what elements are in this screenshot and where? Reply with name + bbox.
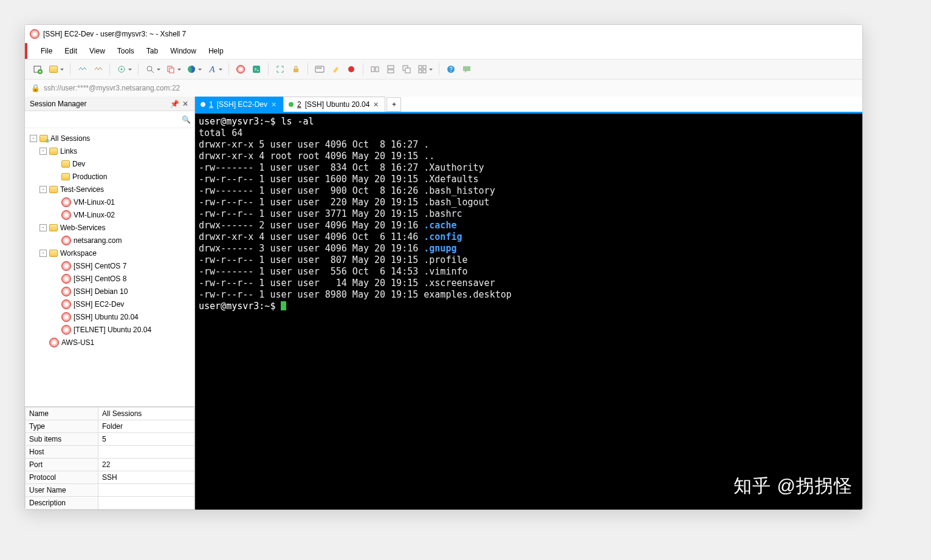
prop-key: User Name [26, 484, 98, 497]
expander-icon [52, 199, 59, 206]
terminal-tab[interactable]: 1 [SSH] EC2-Dev✕ [195, 97, 283, 112]
expander-icon[interactable]: - [30, 135, 37, 142]
tree-item[interactable]: Production [27, 170, 192, 183]
svg-text:?: ? [449, 66, 453, 73]
tree-item[interactable]: -Workspace [27, 247, 192, 259]
tree-item[interactable]: netsarang.com [27, 234, 192, 247]
search-input[interactable] [29, 115, 182, 124]
prop-value: SSH [98, 471, 194, 484]
tree-item[interactable]: [SSH] CentOS 7 [27, 259, 192, 272]
session-properties: NameAll SessionsTypeFolderSub items5Host… [25, 406, 194, 510]
terminal[interactable]: user@mysvr3:~$ ls -al total 64 drwxr-xr-… [195, 114, 862, 510]
svg-rect-20 [405, 68, 410, 73]
tree-item[interactable]: -Web-Services [27, 221, 192, 234]
svg-rect-16 [376, 67, 379, 72]
keyboard-button[interactable] [313, 63, 326, 76]
folder-icon [61, 173, 70, 180]
svg-rect-23 [419, 70, 422, 73]
search-icon: 🔍 [182, 115, 191, 124]
svg-point-14 [348, 66, 354, 72]
tree-item-label: Workspace [60, 249, 97, 258]
tree-item[interactable]: Dev [27, 157, 192, 170]
color-scheme-button[interactable] [185, 63, 198, 76]
tree-item-label: Test-Services [60, 185, 104, 194]
font-button[interactable]: A [205, 63, 219, 76]
tree-item[interactable]: [SSH] Debian 10 [27, 285, 192, 298]
menu-tab[interactable]: Tab [142, 44, 163, 58]
close-icon[interactable]: ✕ [181, 100, 190, 108]
xftp-button[interactable] [250, 63, 263, 76]
tab-close-icon[interactable]: ✕ [373, 101, 379, 109]
session-icon [61, 210, 71, 220]
svg-rect-15 [371, 67, 374, 72]
record-button[interactable] [345, 63, 358, 76]
pin-icon[interactable]: 📌 [170, 100, 179, 108]
menu-file[interactable]: File [36, 44, 57, 58]
properties-button[interactable] [115, 63, 128, 76]
tree-item-label: Dev [72, 160, 85, 168]
menu-help[interactable]: Help [204, 44, 228, 58]
prop-key: Protocol [26, 471, 98, 484]
tree-item[interactable]: VM-Linux-02 [27, 208, 192, 221]
fullscreen-button[interactable] [273, 63, 287, 76]
new-session-button[interactable] [31, 63, 44, 76]
menu-edit[interactable]: Edit [60, 44, 82, 58]
menu-window[interactable]: Window [165, 44, 201, 58]
tab-close-icon[interactable]: ✕ [271, 101, 277, 109]
expander-icon[interactable]: - [40, 250, 47, 257]
tree-item[interactable]: [SSH] EC2-Dev [27, 298, 192, 310]
feedback-button[interactable] [460, 63, 473, 76]
new-tab-button[interactable]: + [386, 97, 401, 112]
svg-rect-10 [315, 66, 324, 72]
menu-view[interactable]: View [84, 44, 110, 58]
open-session-button[interactable] [47, 63, 60, 76]
highlight-button[interactable] [329, 63, 342, 76]
svg-rect-18 [388, 70, 394, 73]
prop-key: Host [26, 446, 98, 459]
folder-icon [49, 186, 58, 193]
tree-item[interactable]: [SSH] Ubuntu 20.04 [27, 310, 192, 323]
tree-item[interactable]: [TELNET] Ubuntu 20.04 [27, 323, 192, 336]
session-icon [49, 338, 59, 347]
tile-v-button[interactable] [384, 63, 397, 76]
expander-icon[interactable]: - [40, 186, 47, 193]
tab-label: [SSH] Ubuntu 20.04 [305, 100, 370, 109]
disconnect-button[interactable] [91, 63, 105, 76]
session-icon [61, 197, 71, 207]
terminal-area: 1 [SSH] EC2-Dev✕2 [SSH] Ubuntu 20.04✕+ u… [195, 97, 862, 510]
session-search[interactable]: 🔍 [25, 111, 194, 128]
expander-icon[interactable]: - [40, 148, 47, 155]
prop-value [98, 497, 194, 510]
tree-item[interactable]: VM-Linux-01 [27, 196, 192, 208]
expander-icon [40, 339, 47, 346]
tile-h-button[interactable] [368, 63, 382, 76]
prop-key: Port [26, 459, 98, 471]
tree-item[interactable]: AWS-US1 [27, 336, 192, 349]
help-button[interactable]: ? [444, 63, 458, 76]
xshell-button[interactable] [234, 63, 247, 76]
tree-item[interactable]: -Test-Services [27, 183, 192, 196]
tab-strip: 1 [SSH] EC2-Dev✕2 [SSH] Ubuntu 20.04✕+ [195, 97, 862, 114]
folder-icon [40, 135, 48, 142]
session-tree[interactable]: -All Sessions-LinksDevProduction-Test-Se… [25, 128, 194, 406]
tree-item-label: [SSH] Debian 10 [74, 287, 128, 296]
reconnect-button[interactable] [75, 63, 89, 76]
tree-item-label: All Sessions [50, 134, 90, 143]
status-dot-icon [289, 102, 294, 107]
address-bar[interactable]: 🔒 ssh://user:****@mysvr3.netsarang.com:2… [25, 80, 862, 97]
copy-button[interactable] [164, 63, 177, 76]
toolbar: A ? [25, 59, 862, 80]
tree-item-label: netsarang.com [74, 236, 122, 245]
svg-rect-13 [320, 67, 321, 69]
tree-item[interactable]: -All Sessions [27, 132, 192, 145]
menu-tools[interactable]: Tools [112, 44, 139, 58]
lock-button[interactable] [289, 63, 303, 76]
tree-item[interactable]: -Links [27, 145, 192, 157]
arrange-button[interactable] [416, 63, 429, 76]
tree-item[interactable]: [SSH] CentOS 8 [27, 272, 192, 285]
expander-icon[interactable]: - [40, 224, 47, 231]
cascade-button[interactable] [400, 63, 413, 76]
svg-rect-22 [423, 66, 426, 69]
terminal-tab[interactable]: 2 [SSH] Ubuntu 20.04✕ [283, 97, 385, 112]
find-button[interactable] [143, 63, 157, 76]
